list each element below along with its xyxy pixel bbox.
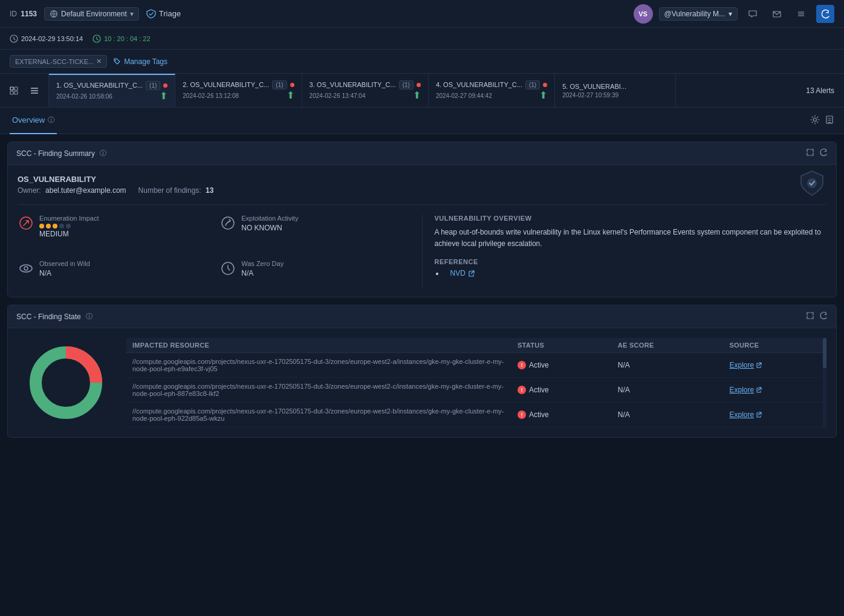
table-row: //compute.googleapis.com/projects/nexus-… bbox=[126, 403, 826, 427]
env-icon bbox=[50, 10, 58, 18]
list-view-btn[interactable] bbox=[25, 82, 44, 100]
svg-point-20 bbox=[20, 265, 32, 272]
chat-icon-btn[interactable] bbox=[744, 5, 762, 23]
svg-point-19 bbox=[222, 217, 234, 229]
alert-tab-1[interactable]: 1. OS_VULNERABILITY_C... (1) 2024-02-26 … bbox=[49, 74, 175, 107]
alert-tab-2[interactable]: 2. OS_VULNERABILITY_C... (1) 2024-02-26 … bbox=[175, 74, 302, 107]
user-status-icon-4: ⬆ bbox=[539, 89, 547, 101]
enumeration-icon bbox=[19, 216, 33, 230]
finding-state-card: SCC - Finding State ⓘ bbox=[7, 305, 837, 438]
status-dot-1: ! bbox=[518, 361, 526, 369]
svg-point-25 bbox=[45, 361, 87, 404]
observed-in-wild: Observed in Wild N/A bbox=[18, 260, 207, 277]
overview-actions bbox=[810, 115, 834, 126]
svg-rect-8 bbox=[10, 87, 13, 90]
explore-link-1[interactable]: Explore bbox=[729, 361, 820, 369]
alert-tab-5[interactable]: 5. OS_VULNERABI... 2024-02-27 10:59:39 bbox=[555, 74, 676, 107]
triage-icon bbox=[146, 9, 156, 19]
impact-grid: Enumeration Impact MEDIUM bbox=[18, 215, 410, 287]
alert-id: ID 1153 bbox=[10, 10, 37, 18]
svg-rect-11 bbox=[15, 91, 18, 94]
zero-day-icon bbox=[221, 261, 235, 276]
svg-rect-14 bbox=[31, 92, 38, 94]
list-icon bbox=[796, 9, 806, 19]
grid-icon bbox=[9, 86, 19, 96]
settings-icon bbox=[810, 115, 820, 125]
explore-external-icon-3 bbox=[756, 412, 762, 418]
refresh-summary-icon bbox=[819, 148, 828, 157]
refresh-state-btn[interactable] bbox=[819, 311, 828, 322]
finding-state-actions bbox=[806, 311, 828, 322]
refresh-summary-btn[interactable] bbox=[819, 148, 828, 158]
expand-icon-btn[interactable] bbox=[806, 148, 814, 158]
overview-tab[interactable]: Overview ⓘ bbox=[10, 108, 57, 134]
alerts-count: 13 Alerts bbox=[796, 74, 844, 107]
donut-svg bbox=[27, 343, 105, 422]
zero-day: Was Zero Day N/A bbox=[219, 260, 409, 277]
severity-dots bbox=[39, 224, 99, 229]
user-selector[interactable]: @Vulnerability M... ▾ bbox=[659, 7, 738, 21]
finding-state-body: IMPACTED RESOURCE STATUS AE SCORE SOURCE… bbox=[8, 328, 836, 437]
svg-point-7 bbox=[115, 60, 116, 61]
settings-icon-btn[interactable] bbox=[810, 115, 820, 126]
bookmark-icon-btn[interactable] bbox=[825, 115, 834, 126]
svg-rect-12 bbox=[31, 88, 38, 89]
finding-state-info: ⓘ bbox=[86, 312, 93, 321]
refresh-icon-btn[interactable] bbox=[816, 5, 834, 23]
alerts-view-icons bbox=[0, 74, 49, 107]
main-content: SCC - Finding Summary ⓘ OS_VULNERABILITY… bbox=[0, 134, 844, 445]
svg-point-21 bbox=[24, 267, 28, 270]
avatar: VS bbox=[634, 4, 653, 24]
list-icon-btn[interactable] bbox=[792, 5, 810, 23]
env-selector[interactable]: Default Environment ▾ bbox=[44, 7, 139, 21]
refresh-state-icon bbox=[819, 311, 828, 320]
expand-state-icon bbox=[806, 311, 814, 320]
second-bar: 2024-02-29 13:50:14 10 : 20 : 04 : 22 bbox=[0, 28, 844, 50]
finding-state-table: IMPACTED RESOURCE STATUS AE SCORE SOURCE… bbox=[126, 338, 826, 427]
finding-content: Enumeration Impact MEDIUM bbox=[18, 204, 826, 287]
alert-tab-4[interactable]: 4. OS_VULNERABILITY_C... (1) 2024-02-27 … bbox=[429, 74, 555, 107]
alert-tab-3[interactable]: 3. OS_VULNERABILITY_C... (1) 2024-02-26 … bbox=[302, 74, 429, 107]
top-bar: ID 1153 Default Environment ▾ Triage VS … bbox=[0, 0, 844, 28]
table-row: //compute.googleapis.com/projects/nexus-… bbox=[126, 378, 826, 403]
countdown: 10 : 20 : 04 : 22 bbox=[93, 34, 150, 43]
explore-external-icon bbox=[756, 362, 762, 368]
explore-link-3[interactable]: Explore bbox=[729, 410, 820, 419]
scrollbar-track bbox=[823, 338, 826, 427]
explore-link-2[interactable]: Explore bbox=[729, 386, 820, 394]
exploitation-activity: Exploitation Activity NO KNOWN bbox=[219, 215, 409, 238]
list-view-icon bbox=[30, 86, 39, 96]
timer-icon bbox=[93, 34, 101, 43]
tags-bar: EXTERNAL-SCC-TICKE... ✕ Manage Tags bbox=[0, 50, 844, 74]
expand-state-btn[interactable] bbox=[806, 311, 814, 322]
finding-summary-actions bbox=[806, 148, 828, 158]
status-dot-2: ! bbox=[518, 386, 526, 394]
external-tag[interactable]: EXTERNAL-SCC-TICKE... ✕ bbox=[10, 55, 107, 68]
exploitation-icon bbox=[221, 216, 235, 230]
expand-icon bbox=[806, 148, 814, 157]
enumeration-impact: Enumeration Impact MEDIUM bbox=[18, 215, 207, 238]
external-link-icon bbox=[468, 270, 475, 277]
manage-tags-btn[interactable]: Manage Tags bbox=[113, 57, 167, 66]
finding-state-header: SCC - Finding State ⓘ bbox=[8, 305, 836, 328]
finding-summary-info: ⓘ bbox=[100, 149, 106, 158]
shield-icon bbox=[797, 169, 826, 198]
user-status-icon-2: ⬆ bbox=[287, 89, 294, 101]
finding-summary-body: OS_VULNERABILITY Owner: abel.tuter@examp… bbox=[8, 165, 836, 297]
finding-meta: Owner: abel.tuter@example.com Number of … bbox=[18, 186, 826, 195]
table-row: //compute.googleapis.com/projects/nexus-… bbox=[126, 353, 826, 378]
grid-view-btn[interactable] bbox=[5, 82, 23, 100]
scrollbar-thumb bbox=[823, 338, 826, 368]
nvd-link[interactable]: NVD bbox=[450, 269, 827, 277]
finding-summary-card: SCC - Finding Summary ⓘ OS_VULNERABILITY… bbox=[7, 141, 837, 297]
state-data-table: IMPACTED RESOURCE STATUS AE SCORE SOURCE… bbox=[126, 338, 826, 427]
donut-chart bbox=[18, 338, 114, 427]
mail-icon-btn[interactable] bbox=[768, 5, 786, 23]
tag-icon bbox=[113, 57, 121, 65]
shield-badge bbox=[797, 169, 826, 199]
tag-close-btn[interactable]: ✕ bbox=[96, 57, 102, 65]
finding-right: VULNERABILITY OVERVIEW A heap out-of-bou… bbox=[423, 215, 827, 287]
svg-point-15 bbox=[814, 118, 817, 122]
clock-icon bbox=[10, 34, 18, 43]
refresh-icon bbox=[820, 9, 830, 19]
